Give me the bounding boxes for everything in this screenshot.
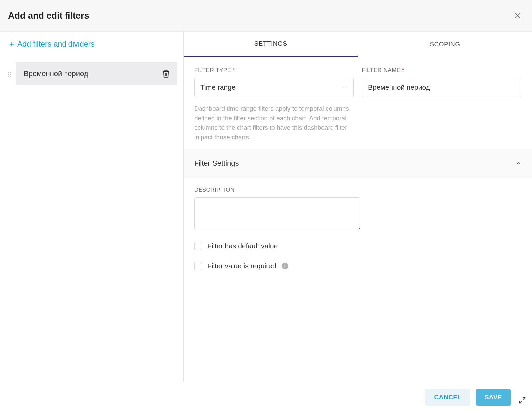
filter-type-label: FILTER TYPE* [194, 67, 354, 74]
filter-settings-header[interactable]: Filter Settings [184, 149, 532, 178]
plus-icon [9, 41, 15, 47]
required-star: * [402, 67, 404, 73]
chevron-down-icon [342, 85, 347, 90]
settings-panel: SETTINGS SCOPING FILTER TYPE* Time range [184, 32, 532, 382]
add-filters-button[interactable]: Add filters and dividers [8, 40, 177, 49]
filter-name-label: FILTER NAME* [362, 67, 521, 74]
save-button[interactable]: SAVE [476, 389, 511, 406]
drag-handle-icon[interactable] [8, 71, 11, 77]
required-value-label: Filter value is required [207, 262, 276, 270]
chevron-up-icon [515, 160, 521, 166]
filter-type-select[interactable]: Time range [194, 78, 354, 97]
modal-body: Add filters and dividers Временной перио… [0, 32, 532, 382]
cancel-button[interactable]: CANCEL [425, 389, 470, 406]
required-star: * [233, 67, 235, 73]
filter-type-helper: Dashboard time range filters apply to te… [194, 104, 367, 142]
description-textarea[interactable] [194, 197, 360, 230]
modal-title: Add and edit filters [8, 11, 89, 21]
required-value-checkbox[interactable] [194, 262, 202, 270]
settings-form: FILTER TYPE* Time range FILTER NAME* [184, 57, 532, 149]
filter-pill-label: Временной период [24, 69, 88, 78]
tab-bar: SETTINGS SCOPING [184, 32, 532, 57]
modal-header: Add and edit filters [0, 0, 532, 32]
default-value-checkbox[interactable] [194, 242, 202, 250]
filter-settings-body: DESCRIPTION Filter has default value Fil… [184, 178, 532, 279]
filter-type-value: Time range [200, 83, 235, 91]
filter-pill[interactable]: Временной период [16, 62, 177, 85]
info-icon[interactable]: i [282, 263, 288, 269]
tab-scoping[interactable]: SCOPING [358, 32, 532, 57]
close-icon[interactable] [514, 12, 521, 19]
modal-footer: CANCEL SAVE [0, 382, 532, 412]
filter-settings-title: Filter Settings [194, 159, 239, 168]
description-label: DESCRIPTION [194, 187, 521, 193]
trash-icon[interactable] [161, 69, 171, 78]
default-value-row: Filter has default value [194, 242, 521, 250]
filter-list-item: Временной период [8, 62, 177, 85]
svg-line-6 [523, 398, 525, 400]
default-value-label: Filter has default value [207, 242, 278, 250]
add-filters-label: Add filters and dividers [17, 40, 95, 49]
required-value-row: Filter value is required i [194, 262, 521, 270]
tab-settings[interactable]: SETTINGS [184, 32, 358, 57]
svg-line-7 [520, 401, 522, 403]
expand-icon[interactable] [519, 397, 526, 404]
filter-name-input[interactable] [362, 78, 521, 97]
filters-sidebar: Add filters and dividers Временной перио… [0, 32, 184, 382]
